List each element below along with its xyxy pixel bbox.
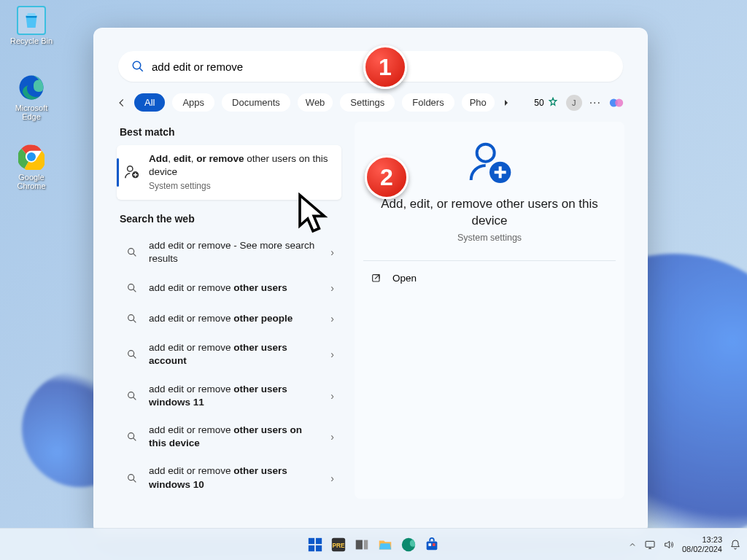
search-icon — [124, 388, 140, 404]
result-title: add edit or remove other users account — [149, 341, 322, 368]
chevron-right-icon[interactable]: › — [330, 472, 334, 484]
volume-icon[interactable] — [663, 539, 675, 551]
filter-overflow-icon[interactable] — [502, 98, 511, 107]
svg-point-24 — [477, 144, 495, 162]
web-result[interactable]: add edit or remove other users windows 1… — [117, 457, 341, 498]
best-match-result[interactable]: Add, edit, or remove other users on this… — [117, 145, 341, 200]
overflow-menu-icon[interactable]: ··· — [589, 96, 601, 109]
svg-line-11 — [133, 253, 136, 256]
search-icon — [131, 60, 144, 73]
result-title: add edit or remove - See more search res… — [149, 239, 322, 265]
network-icon[interactable] — [644, 539, 656, 551]
results-column: Best match Add, edit, or remove other us… — [117, 122, 341, 499]
svg-rect-30 — [316, 545, 322, 551]
svg-rect-36 — [427, 541, 438, 550]
chevron-right-icon[interactable]: › — [330, 246, 334, 258]
svg-line-23 — [133, 479, 136, 482]
web-result[interactable]: add edit or remove - See more search res… — [117, 232, 341, 273]
web-result[interactable]: add edit or remove other users account› — [117, 334, 341, 375]
search-icon — [124, 244, 140, 260]
search-icon — [124, 346, 140, 362]
svg-rect-27 — [309, 537, 314, 543]
filter-apps[interactable]: Apps — [172, 93, 214, 112]
svg-line-19 — [133, 397, 136, 400]
svg-line-13 — [133, 289, 136, 292]
web-result[interactable]: add edit or remove other users windows 1… — [117, 376, 341, 416]
desktop-icon-label: Google Chrome — [6, 173, 57, 190]
desktop-icon-chrome[interactable]: Google Chrome — [6, 142, 57, 190]
result-subtitle: System settings — [149, 180, 334, 192]
svg-line-5 — [139, 68, 143, 71]
add-user-icon — [124, 164, 140, 180]
start-button[interactable] — [306, 535, 325, 554]
svg-rect-28 — [316, 537, 322, 543]
taskbar-app-icon[interactable]: PRE — [329, 535, 348, 554]
tray-overflow-icon[interactable] — [628, 540, 637, 549]
divider — [363, 260, 616, 261]
user-avatar[interactable]: J — [566, 95, 582, 111]
chevron-right-icon[interactable]: › — [330, 431, 334, 443]
store-icon[interactable] — [422, 535, 441, 554]
rewards-points[interactable]: 50 — [534, 97, 558, 109]
chrome-icon — [18, 144, 44, 170]
notifications-icon[interactable] — [729, 539, 741, 551]
search-icon — [124, 470, 140, 486]
svg-rect-29 — [309, 545, 314, 551]
chevron-right-icon[interactable]: › — [330, 313, 334, 324]
file-explorer-icon[interactable] — [376, 535, 395, 554]
filter-settings[interactable]: Settings — [340, 93, 395, 112]
task-view-icon[interactable] — [352, 535, 371, 554]
result-title: Add, edit, or remove other users on this… — [149, 152, 334, 179]
svg-point-7 — [615, 98, 623, 106]
svg-text:PRE: PRE — [333, 542, 345, 548]
open-icon — [371, 273, 382, 284]
svg-rect-37 — [428, 543, 431, 546]
filter-documents[interactable]: Documents — [222, 93, 290, 112]
desktop-icon-label: Recycle Bin — [6, 36, 57, 45]
search-icon — [124, 429, 140, 445]
open-label: Open — [392, 273, 417, 284]
search-icon — [124, 280, 140, 296]
start-search-panel: All Apps Documents Web Settings Folders … — [93, 28, 648, 534]
filter-folders[interactable]: Folders — [402, 93, 454, 112]
result-title: add edit or remove other users on this d… — [149, 424, 322, 450]
svg-point-8 — [128, 166, 133, 171]
annotation-callout-1: 1 — [363, 45, 407, 89]
open-action[interactable]: Open — [366, 265, 613, 292]
chevron-right-icon[interactable]: › — [330, 349, 334, 360]
preview-subtitle: System settings — [366, 233, 613, 243]
svg-line-15 — [133, 319, 136, 322]
filter-row: All Apps Documents Web Settings Folders … — [108, 93, 633, 122]
web-result[interactable]: add edit or remove other users› — [117, 273, 341, 303]
chevron-right-icon[interactable]: › — [330, 282, 334, 294]
filter-all[interactable]: All — [134, 93, 165, 112]
svg-line-21 — [133, 438, 136, 440]
svg-line-17 — [133, 356, 136, 359]
filter-web[interactable]: Web — [298, 93, 333, 112]
result-title: add edit or remove other people — [149, 312, 322, 325]
back-arrow-icon[interactable] — [117, 98, 127, 108]
desktop-icon-recycle-bin[interactable]: Recycle Bin — [6, 6, 57, 45]
svg-rect-34 — [364, 540, 368, 549]
svg-rect-39 — [646, 541, 654, 547]
result-title: add edit or remove other users windows 1… — [149, 464, 322, 491]
recycle-bin-icon — [20, 9, 42, 31]
filter-photos[interactable]: Pho — [462, 93, 495, 112]
rewards-icon — [547, 97, 559, 109]
annotation-callout-2: 2 — [365, 155, 409, 199]
result-title: add edit or remove other users windows 1… — [149, 383, 322, 409]
add-user-icon — [466, 139, 513, 186]
web-result[interactable]: add edit or remove other users on this d… — [117, 416, 341, 457]
result-title: add edit or remove other users — [149, 281, 322, 295]
section-best-match: Best match — [120, 126, 338, 138]
chevron-right-icon[interactable]: › — [330, 390, 334, 402]
edge-icon — [18, 74, 44, 101]
edge-taskbar-icon[interactable] — [399, 535, 418, 554]
web-result[interactable]: add edit or remove other people› — [117, 303, 341, 334]
desktop-icon-edge[interactable]: Microsoft Edge — [6, 73, 57, 121]
svg-rect-38 — [433, 543, 436, 546]
copilot-icon[interactable] — [608, 95, 624, 111]
clock[interactable]: 13:23 08/02/2024 — [682, 535, 722, 553]
svg-rect-33 — [356, 540, 363, 549]
desktop-icon-label: Microsoft Edge — [6, 104, 57, 121]
